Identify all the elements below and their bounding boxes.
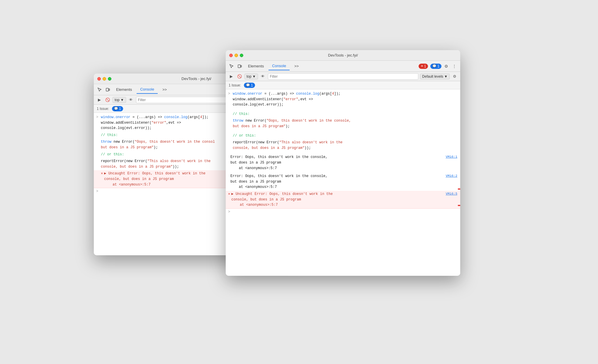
- run-icon-front[interactable]: ▶: [228, 73, 235, 80]
- traffic-lights-front: [229, 54, 243, 57]
- tab-console-front[interactable]: Console: [269, 62, 290, 70]
- prompt-last-front: >: [228, 209, 230, 215]
- window-title-back: DevTools - jec.fyi/: [181, 76, 211, 81]
- window-title-front: DevTools - jec.fyi/: [328, 53, 358, 57]
- filter-input-front[interactable]: [268, 73, 418, 80]
- svg-marker-6: [458, 201, 460, 210]
- svg-marker-5: [458, 185, 460, 193]
- main-toolbar-front: Elements Console >> ✕ 1 💬 1 ⚙ ⋮: [226, 61, 460, 72]
- error-icon-back: ✕: [101, 171, 103, 176]
- top-selector-front[interactable]: top ▼: [244, 74, 258, 79]
- tab-more-front[interactable]: >>: [291, 62, 302, 70]
- error-ref-uncaught-front[interactable]: VM16:5: [440, 191, 457, 196]
- top-selector-back[interactable]: top ▼: [113, 97, 126, 103]
- traffic-lights-back: [97, 77, 111, 81]
- console-content-front: > window.onerror = (...args) => console.…: [226, 89, 460, 276]
- close-button-back[interactable]: [97, 77, 101, 81]
- tab-more-back[interactable]: >>: [159, 86, 170, 94]
- run-icon-back[interactable]: ▶: [96, 97, 103, 103]
- block-icon-back[interactable]: 🚫: [104, 97, 111, 103]
- issue-badge-front: 💬 1: [244, 83, 255, 88]
- prompt-1-back: >: [96, 115, 98, 120]
- console-error-output-2: Error: Oops, this doesn't work in the co…: [226, 173, 460, 191]
- minimize-button-back[interactable]: [103, 77, 106, 81]
- red-arrow-2: [458, 201, 460, 210]
- devtools-window-front: DevTools - jec.fyi/ Elements Console: [226, 50, 460, 276]
- error-badge-front: ✕ 1: [419, 64, 428, 69]
- settings-icon-front[interactable]: ⚙: [443, 63, 450, 70]
- issue-bar-front: 1 Issue: 💬 1: [226, 81, 460, 89]
- close-button-front[interactable]: [229, 54, 233, 57]
- inspect-icon-back[interactable]: [96, 86, 103, 93]
- default-levels-front[interactable]: Default levels ▼: [420, 74, 450, 79]
- prompt-last-back: >: [96, 189, 98, 194]
- console-settings-front[interactable]: ⚙: [451, 73, 458, 80]
- console-comment-this-front: // this:: [226, 111, 460, 118]
- console-comment-orthis-front: // or this:: [226, 132, 460, 140]
- more-icon-front[interactable]: ⋮: [451, 63, 458, 70]
- maximize-button-back[interactable]: [108, 77, 111, 81]
- issue-badge-back: 💬 1: [112, 106, 123, 111]
- device-icon-front[interactable]: [236, 63, 243, 70]
- error-ref-2-front[interactable]: VM16:2: [440, 174, 457, 178]
- issue-label-back: 1 Issue:: [97, 107, 109, 111]
- tab-elements-front[interactable]: Elements: [244, 62, 267, 70]
- error-ref-1-front[interactable]: VM16:1: [440, 154, 457, 159]
- chat-badge-front: 💬 1: [430, 64, 441, 69]
- console-uncaught-error-front: ✕ ▶ Uncaught Error: Oops, this doesn't w…: [226, 191, 460, 209]
- svg-rect-4: [241, 65, 242, 67]
- svg-rect-1: [109, 89, 110, 91]
- issue-label-front: 1 Issue:: [229, 83, 241, 87]
- block-icon-front[interactable]: 🚫: [236, 73, 243, 80]
- maximize-button-front[interactable]: [240, 54, 243, 57]
- red-arrow-1: [458, 185, 460, 194]
- eye-icon-back[interactable]: 👁: [128, 97, 134, 103]
- console-throw-front: throw new Error("Oops, this doesn't work…: [226, 118, 460, 130]
- tab-elements-back[interactable]: Elements: [113, 86, 135, 94]
- console-toolbar-front: ▶ 🚫 top ▼ 👁 Default levels ▼ ⚙: [226, 72, 460, 81]
- error-icon-front: ✕: [228, 191, 230, 197]
- minimize-button-front[interactable]: [235, 54, 238, 57]
- console-prompt-front[interactable]: >: [226, 209, 460, 210]
- tab-console-back[interactable]: Console: [137, 86, 158, 94]
- console-error-output-1: Error: Oops, this doesn't work in the co…: [226, 154, 460, 172]
- svg-rect-3: [238, 65, 240, 68]
- svg-rect-0: [106, 88, 108, 91]
- inspect-icon-front[interactable]: [228, 63, 235, 70]
- console-reporterror-front: reportError(new Error("This also doesn't…: [226, 139, 460, 152]
- console-line-1-front: > window.onerror = (...args) => console.…: [226, 91, 460, 108]
- title-bar-front: DevTools - jec.fyi/: [226, 50, 460, 61]
- eye-icon-front[interactable]: 👁: [260, 73, 266, 80]
- device-icon-back[interactable]: [104, 86, 111, 93]
- prompt-1-front: >: [228, 91, 230, 96]
